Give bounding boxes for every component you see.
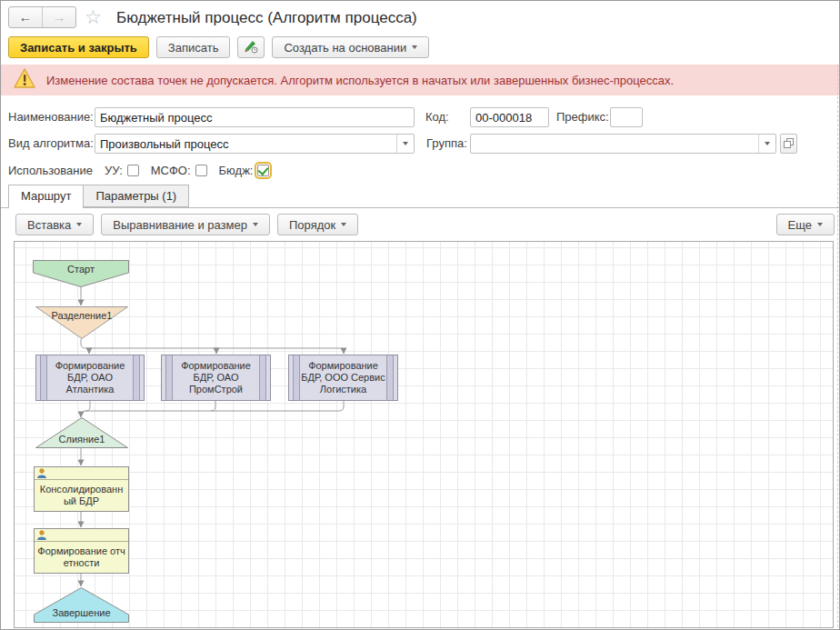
usage-budget-checkbox[interactable] bbox=[257, 165, 269, 176]
node-label: Формирование БДР, ООО Сервис Логистика bbox=[300, 360, 386, 395]
forward-icon[interactable]: → bbox=[42, 7, 75, 27]
node-label: Формирование БДР, ОАО ПромСтрой bbox=[173, 360, 259, 395]
code-label: Код: bbox=[425, 107, 449, 127]
tabs: Маршрут Параметры (1) bbox=[8, 185, 189, 208]
node-label: Завершение bbox=[34, 607, 129, 619]
prefix-input[interactable] bbox=[610, 107, 643, 127]
align-size-button[interactable]: Выравнивание и размер bbox=[101, 214, 270, 235]
favorite-star-icon[interactable]: ☆ bbox=[85, 5, 102, 29]
create-based-on-button[interactable]: Создать на основании bbox=[272, 36, 429, 58]
more-button[interactable]: Еще bbox=[776, 214, 835, 235]
warning-bar: Изменение состава точек не допускается. … bbox=[1, 65, 839, 95]
node-task-servis[interactable]: Формирование БДР, ООО Сервис Логистика bbox=[288, 355, 398, 401]
prefix-label: Префикс: bbox=[556, 107, 609, 127]
order-label: Порядок bbox=[289, 218, 335, 232]
more-label: Еще bbox=[788, 218, 812, 232]
create-based-on-label: Создать на основании bbox=[284, 41, 406, 55]
node-label: Разделение1 bbox=[35, 310, 128, 322]
node-start[interactable]: Старт bbox=[33, 260, 129, 287]
combo-caret-icon bbox=[765, 142, 770, 145]
tab-parameters[interactable]: Параметры (1) bbox=[84, 185, 189, 207]
algorithm-kind-label: Вид алгоритма: bbox=[8, 134, 94, 154]
insert-button[interactable]: Вставка bbox=[15, 214, 94, 235]
dropdown-caret-icon bbox=[412, 45, 417, 49]
group-label: Группа: bbox=[426, 134, 467, 154]
history-nav: ← → bbox=[8, 6, 76, 28]
node-label: Консолидированный БДР bbox=[36, 480, 126, 511]
usage-msfo-checkbox[interactable] bbox=[195, 165, 207, 176]
code-input[interactable] bbox=[470, 107, 549, 127]
usage-label: Использование bbox=[8, 164, 93, 177]
node-task-promstroy[interactable]: Формирование БДР, ОАО ПромСтрой bbox=[161, 355, 271, 401]
back-icon[interactable]: ← bbox=[9, 7, 42, 27]
usage-uu-label: УУ: bbox=[105, 164, 123, 177]
node-label: Формирование отчетности bbox=[36, 542, 126, 573]
usage-row: Использование УУ: МСФО: Бюдж: bbox=[8, 161, 269, 179]
node-label: Старт bbox=[33, 264, 129, 275]
canvas-toolbar: Вставка Выравнивание и размер Порядок bbox=[15, 214, 358, 235]
edit-composition-button[interactable] bbox=[237, 36, 265, 58]
order-button[interactable]: Порядок bbox=[277, 214, 358, 235]
save-button[interactable]: Записать bbox=[156, 36, 231, 58]
node-label: Формирование БДР, ОАО Атлантика bbox=[47, 360, 133, 395]
save-and-close-button[interactable]: Записать и закрыть bbox=[8, 36, 149, 58]
route-map-canvas[interactable]: Старт Разделение1 Формирование БДР, ОАО … bbox=[14, 241, 834, 628]
warning-text: Изменение состава точек не допускается. … bbox=[46, 74, 674, 87]
pencil-clock-icon bbox=[244, 39, 258, 56]
node-reporting[interactable]: Формирование отчетности bbox=[34, 528, 129, 574]
page-title: Бюджетный процесс (Алгоритм процесса) bbox=[116, 7, 417, 29]
algorithm-kind-combo[interactable]: Произвольный процесс bbox=[95, 134, 415, 154]
node-consolidated-bdr[interactable]: Консолидированный БДР bbox=[34, 466, 129, 512]
combo-caret-icon bbox=[403, 142, 408, 145]
group-combo[interactable] bbox=[470, 134, 776, 154]
main-toolbar: Записать и закрыть Записать Создать на о… bbox=[8, 36, 429, 58]
node-merge[interactable]: Слияние1 bbox=[35, 417, 128, 448]
warning-triangle-icon bbox=[14, 68, 35, 92]
align-size-label: Выравнивание и размер bbox=[113, 218, 247, 232]
name-label: Наименование: bbox=[8, 107, 94, 127]
node-task-atlantika[interactable]: Формирование БДР, ОАО Атлантика bbox=[35, 355, 145, 401]
tab-route[interactable]: Маршрут bbox=[8, 185, 84, 208]
usage-uu-checkbox[interactable] bbox=[127, 165, 139, 176]
dropdown-caret-icon bbox=[76, 223, 82, 226]
algorithm-form-window: ← → ☆ Бюджетный процесс (Алгоритм процес… bbox=[0, 0, 840, 630]
usage-msfo-label: МСФО: bbox=[151, 164, 191, 177]
choose-from-list-icon bbox=[784, 135, 794, 152]
dropdown-caret-icon bbox=[817, 223, 823, 226]
usage-budget-label: Бюдж: bbox=[219, 164, 254, 177]
node-finish[interactable]: Завершение bbox=[34, 587, 129, 623]
group-choose-button[interactable] bbox=[780, 134, 797, 154]
name-input[interactable] bbox=[95, 107, 415, 127]
node-split[interactable]: Разделение1 bbox=[35, 306, 128, 339]
insert-label: Вставка bbox=[27, 218, 71, 232]
dropdown-caret-icon bbox=[253, 223, 258, 226]
dropdown-caret-icon bbox=[341, 223, 346, 226]
flow-connectors bbox=[15, 242, 833, 627]
node-label: Слияние1 bbox=[35, 434, 128, 445]
window-resize-strip bbox=[837, 65, 838, 627]
algorithm-kind-value: Произвольный процесс bbox=[95, 137, 396, 151]
